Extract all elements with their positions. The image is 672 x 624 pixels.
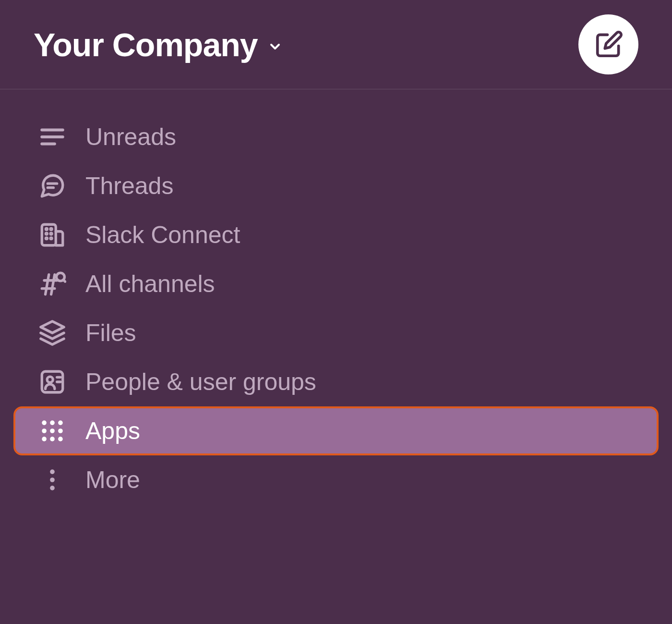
chevron-down-icon: [267, 39, 283, 54]
svg-point-28: [58, 428, 63, 433]
svg-line-14: [46, 275, 49, 294]
channels-icon: [38, 270, 66, 298]
sidebar-nav: Unreads Threads Slack Connect: [0, 89, 672, 503]
sidebar-item-label: Apps: [85, 417, 140, 445]
unreads-icon: [38, 123, 66, 151]
apps-icon: [38, 417, 66, 445]
sidebar-item-slack-connect[interactable]: Slack Connect: [14, 211, 658, 258]
svg-point-6: [46, 228, 47, 230]
svg-point-11: [50, 238, 52, 239]
svg-point-29: [42, 437, 47, 441]
svg-rect-5: [42, 224, 56, 245]
svg-point-25: [58, 420, 63, 425]
svg-point-9: [50, 233, 52, 234]
svg-point-31: [58, 437, 63, 441]
sidebar-item-people[interactable]: People & user groups: [14, 358, 658, 405]
compose-icon: [594, 30, 624, 60]
people-icon: [38, 368, 66, 396]
more-icon: [38, 466, 66, 494]
workspace-title: Your Company: [34, 26, 258, 63]
sidebar-item-label: Slack Connect: [85, 221, 240, 249]
sidebar-item-apps[interactable]: Apps: [14, 407, 658, 454]
svg-line-17: [63, 280, 65, 282]
files-icon: [38, 319, 66, 347]
sidebar-item-threads[interactable]: Threads: [14, 162, 658, 209]
sidebar-item-files[interactable]: Files: [14, 309, 658, 356]
svg-marker-18: [41, 321, 64, 333]
sidebar-item-label: More: [85, 466, 140, 494]
svg-point-32: [50, 469, 55, 474]
sidebar-item-label: Unreads: [85, 123, 176, 151]
svg-point-27: [50, 428, 55, 433]
svg-point-34: [50, 486, 55, 490]
svg-point-7: [50, 228, 52, 230]
svg-point-23: [42, 420, 47, 425]
sidebar-item-label: Threads: [85, 172, 173, 200]
sidebar-item-label: Files: [85, 319, 136, 347]
svg-point-30: [50, 437, 55, 441]
svg-point-33: [50, 477, 55, 482]
sidebar-item-label: All channels: [85, 270, 215, 298]
svg-point-10: [46, 238, 47, 239]
svg-line-15: [51, 275, 55, 294]
threads-icon: [38, 172, 66, 200]
workspace-switcher[interactable]: Your Company: [34, 26, 283, 63]
svg-point-26: [42, 428, 47, 433]
svg-point-8: [46, 233, 47, 234]
sidebar-header: Your Company: [0, 0, 672, 89]
compose-button[interactable]: [578, 14, 638, 74]
svg-point-24: [50, 420, 55, 425]
svg-point-20: [47, 377, 53, 382]
sidebar-item-more[interactable]: More: [14, 456, 658, 503]
sidebar-item-label: People & user groups: [85, 368, 316, 396]
sidebar-item-all-channels[interactable]: All channels: [14, 260, 658, 307]
building-icon: [38, 221, 66, 249]
sidebar-item-unreads[interactable]: Unreads: [14, 113, 658, 160]
